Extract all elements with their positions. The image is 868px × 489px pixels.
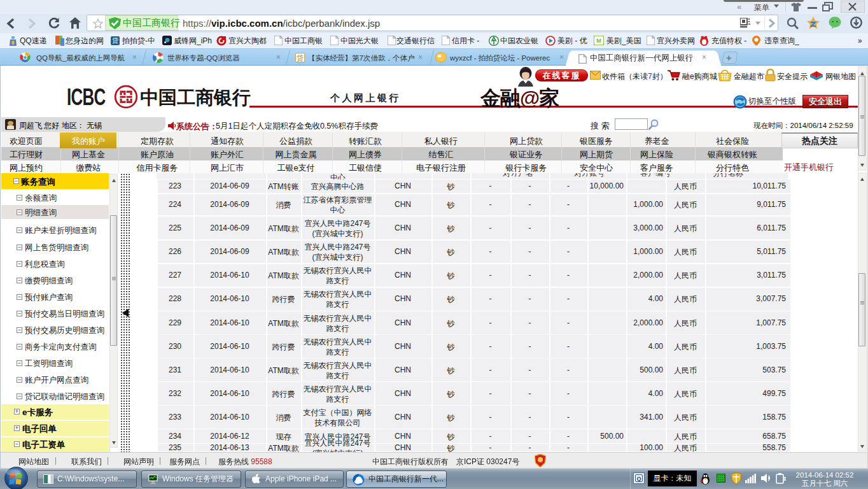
svg-text:M: M [596, 38, 601, 44]
